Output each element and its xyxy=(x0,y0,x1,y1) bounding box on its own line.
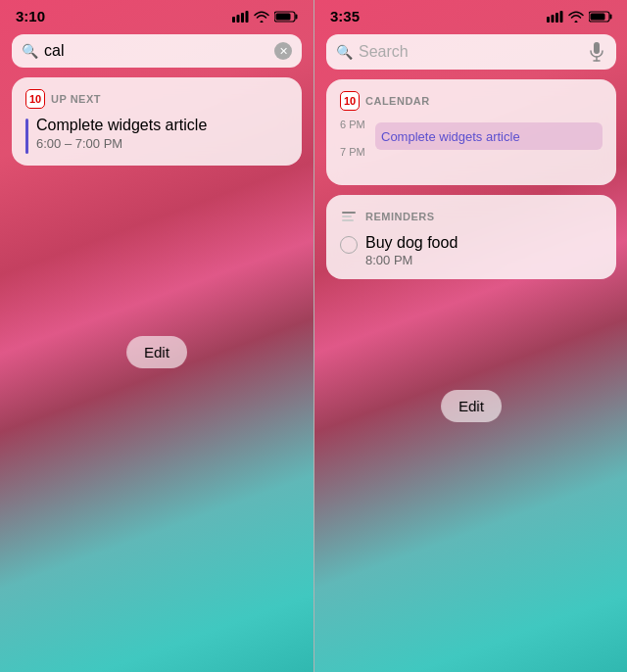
right-wifi-icon xyxy=(568,11,584,23)
reminders-list-icon xyxy=(340,207,360,226)
reminders-widget: REMINDERS Buy dog food 8:00 PM xyxy=(326,195,616,279)
reminder-name: Buy dog food xyxy=(365,234,458,252)
svg-rect-8 xyxy=(552,15,555,23)
left-screen: 3:10 🔍 cal ✕ xyxy=(0,0,314,672)
svg-rect-13 xyxy=(610,14,612,19)
battery-icon xyxy=(274,11,298,23)
left-search-bar[interactable]: 🔍 cal ✕ xyxy=(12,34,302,68)
wifi-icon xyxy=(254,11,269,23)
event-name: Complete widgets article xyxy=(36,117,207,134)
left-time: 3:10 xyxy=(16,8,45,24)
cal-event-name: Complete widgets article xyxy=(381,129,520,144)
svg-rect-2 xyxy=(241,13,244,23)
time-6pm: 6 PM xyxy=(340,119,367,146)
right-time: 3:35 xyxy=(330,8,360,24)
right-status-icons xyxy=(547,11,612,23)
svg-rect-10 xyxy=(560,11,563,23)
search-input-value[interactable]: cal xyxy=(44,42,268,60)
right-search-placeholder[interactable]: Search xyxy=(359,43,581,61)
time-7pm: 7 PM xyxy=(340,146,367,173)
reminder-circle xyxy=(340,236,358,254)
reminder-time: 8:00 PM xyxy=(365,253,458,267)
right-battery-icon xyxy=(589,11,612,23)
left-status-bar: 3:10 xyxy=(0,0,314,28)
svg-rect-12 xyxy=(591,13,605,20)
svg-rect-6 xyxy=(296,14,298,19)
right-search-bar[interactable]: 🔍 Search xyxy=(326,34,616,70)
cal-widget-title: CALENDAR xyxy=(365,95,430,107)
widget-title: UP NEXT xyxy=(51,93,101,105)
left-edit-button[interactable]: Edit xyxy=(126,336,187,368)
right-status-bar: 3:35 xyxy=(314,0,627,28)
svg-rect-0 xyxy=(232,17,235,23)
cal-widget-header: 10 CALENDAR xyxy=(340,91,603,111)
svg-rect-7 xyxy=(547,17,550,23)
svg-rect-14 xyxy=(594,42,600,54)
event-time: 6:00 – 7:00 PM xyxy=(36,136,207,151)
event-item: Complete widgets article 6:00 – 7:00 PM xyxy=(25,117,288,154)
search-icon: 🔍 xyxy=(22,43,38,59)
search-clear-button[interactable]: ✕ xyxy=(274,42,292,60)
calendar-widget: 10 CALENDAR 6 PM 7 PM Complete widgets a… xyxy=(326,79,616,185)
cal-event-block: Complete widgets article xyxy=(375,122,603,150)
left-status-icons xyxy=(232,11,298,23)
signal-icon xyxy=(232,11,249,23)
reminder-item: Buy dog food 8:00 PM xyxy=(340,234,603,267)
up-next-widget: 10 UP NEXT Complete widgets article 6:00… xyxy=(12,77,302,166)
svg-rect-5 xyxy=(276,13,291,20)
right-signal-icon xyxy=(547,11,563,23)
right-screen: 3:35 🔍 Search xyxy=(314,0,627,672)
svg-rect-1 xyxy=(237,15,240,23)
calendar-icon-num: 10 xyxy=(25,89,45,109)
rem-widget-header: REMINDERS xyxy=(340,207,603,226)
reminder-info: Buy dog food 8:00 PM xyxy=(365,234,458,267)
event-color-bar xyxy=(25,119,28,154)
cal-timeline: 6 PM 7 PM Complete widgets article xyxy=(340,119,603,173)
widget-header: 10 UP NEXT xyxy=(25,89,288,109)
right-search-icon: 🔍 xyxy=(336,44,353,60)
event-info: Complete widgets article 6:00 – 7:00 PM xyxy=(36,117,207,151)
svg-rect-3 xyxy=(246,11,249,23)
time-labels: 6 PM 7 PM xyxy=(340,119,367,173)
right-edit-button[interactable]: Edit xyxy=(441,390,502,422)
rem-widget-title: REMINDERS xyxy=(365,211,435,222)
mic-icon[interactable] xyxy=(587,42,606,62)
cal-icon-num: 10 xyxy=(340,91,360,111)
svg-rect-9 xyxy=(555,13,558,23)
